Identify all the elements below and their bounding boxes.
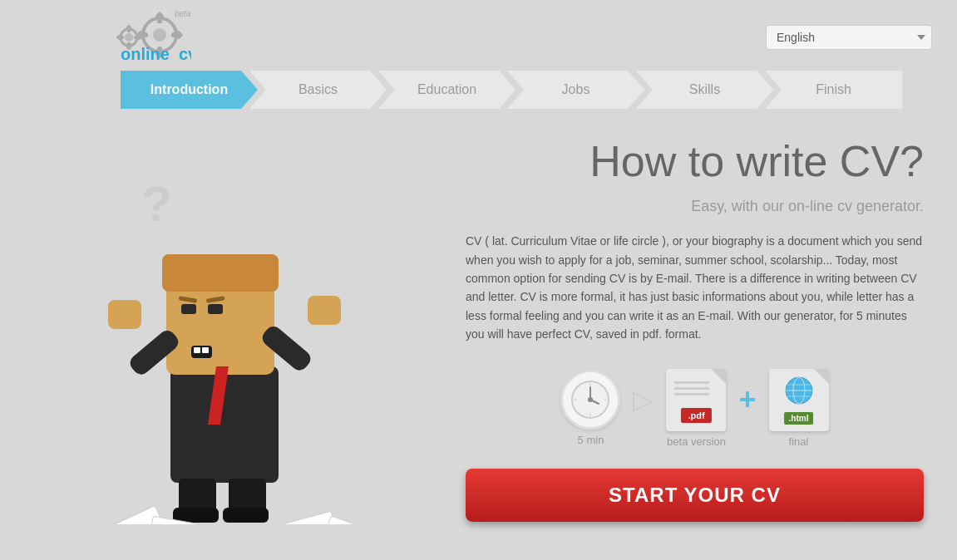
svg-rect-31 (194, 347, 200, 353)
logo-gear-icon: online cv beta (116, 8, 191, 66)
tab-introduction[interactable]: Introduction (121, 71, 258, 109)
clock-icon (560, 370, 620, 430)
tab-jobs[interactable]: Jobs (507, 71, 644, 109)
subtitle-text: Easy, with our on-line cv generator. (466, 198, 924, 215)
html-icon: .html (769, 369, 829, 431)
svg-rect-32 (202, 347, 209, 353)
page-title: How to write CV? (466, 138, 924, 185)
start-cv-button[interactable]: START YOUR CV (466, 469, 924, 522)
pdf-label: beta version (667, 435, 726, 448)
character-svg (83, 184, 382, 524)
plus-icon: + (738, 382, 756, 417)
svg-point-1 (125, 33, 133, 42)
pdf-badge: .pdf (681, 408, 711, 423)
header: online cv beta English French German Spa… (0, 0, 957, 71)
svg-rect-35 (108, 300, 141, 329)
tab-education[interactable]: Education (378, 71, 515, 109)
arrow-item: ▷ (633, 384, 654, 432)
language-selector[interactable]: English French German Spanish (766, 25, 932, 50)
process-icons-row: 5 min ▷ .pdf beta version (466, 369, 924, 448)
pdf-icon: .pdf (666, 369, 726, 431)
svg-text:beta: beta (175, 9, 191, 18)
arrow-icon: ▷ (633, 384, 654, 415)
svg-rect-26 (181, 304, 196, 314)
html-label: final (789, 435, 809, 448)
svg-point-11 (153, 28, 166, 42)
main-content: ? (0, 109, 957, 524)
svg-rect-37 (308, 296, 341, 325)
tab-finish[interactable]: Finish (765, 71, 902, 109)
svg-rect-41 (223, 508, 269, 523)
clock-item: 5 min (560, 370, 620, 446)
tab-skills[interactable]: Skills (636, 71, 773, 109)
clock-svg (570, 379, 611, 420)
logo-area: online cv beta (116, 8, 191, 66)
html-item: .html final (769, 369, 829, 448)
html-badge: .html (784, 412, 814, 425)
pdf-item: .pdf beta version (666, 369, 726, 448)
language-dropdown[interactable]: English French German Spanish (766, 25, 932, 50)
clock-label: 5 min (578, 434, 604, 446)
right-content: How to write CV? Easy, with our on-line … (466, 125, 957, 524)
tab-basics[interactable]: Basics (249, 71, 387, 109)
svg-rect-25 (162, 254, 279, 292)
navigation: Introduction Basics Education Jobs Skill… (0, 71, 957, 109)
svg-rect-27 (208, 304, 223, 314)
character-illustration: ? (0, 125, 466, 524)
svg-text:online: online (121, 45, 170, 63)
globe-icon (784, 376, 814, 405)
description-text: CV ( lat. Curriculum Vitae or life circl… (466, 232, 924, 343)
plus-item: + (738, 382, 756, 434)
svg-text:cv: cv (179, 45, 191, 63)
